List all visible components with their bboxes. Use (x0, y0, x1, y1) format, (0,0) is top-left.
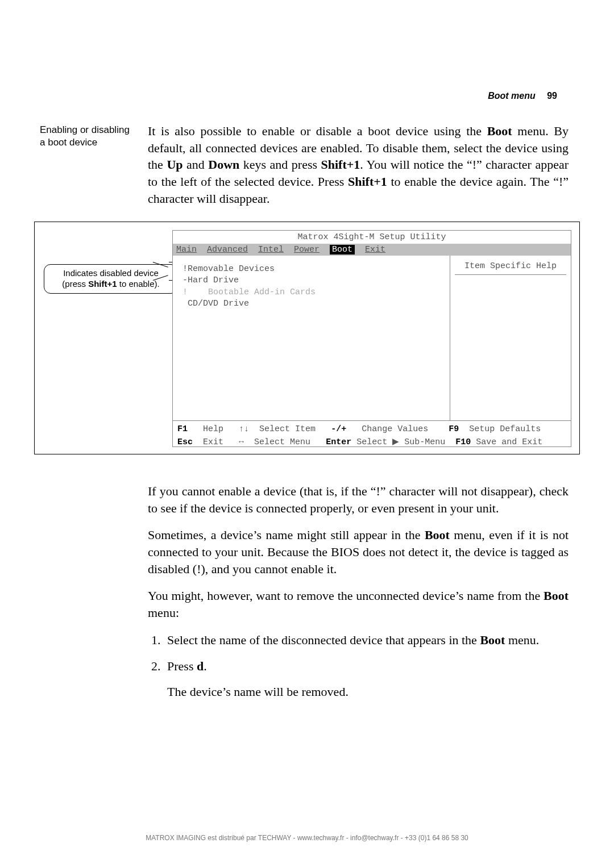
bios-help-panel: Item Specific Help (450, 256, 571, 420)
triangle-icon: ▶ (392, 436, 399, 446)
key-plusminus: -/+ (331, 424, 346, 434)
list-item[interactable]: !Removable Devices (177, 264, 275, 274)
step-result: The device’s name will be removed. (167, 683, 569, 700)
running-header: Boot menu 99 (488, 91, 557, 101)
bios-title: Matrox 4Sight-M Setup Utility (173, 231, 571, 244)
bios-menubar: Main Advanced Intel Power Boot Exit (173, 244, 571, 256)
key-f9: F9 (449, 424, 459, 434)
paragraph: You might, however, want to remove the u… (148, 587, 569, 621)
body-column-lower: If you cannot enable a device (that is, … (148, 483, 569, 710)
tab-boot[interactable]: Boot (330, 245, 355, 254)
paragraph: If you cannot enable a device (that is, … (148, 483, 569, 516)
key-esc: Esc (177, 437, 193, 447)
list-item: Select the name of the disconnected devi… (164, 632, 569, 649)
updown-icon: ↑↓ (239, 424, 249, 434)
list-item[interactable]: -Hard Drive (177, 276, 239, 285)
list-item[interactable]: ! Bootable Add-in Cards (177, 287, 316, 297)
section-title: Boot menu (488, 91, 536, 101)
tab-advanced[interactable]: Advanced (207, 245, 248, 254)
help-header: Item Specific Help (455, 261, 566, 275)
intro-paragraph: It is also possible to enable or disable… (148, 123, 569, 207)
key-f1: F1 (177, 424, 188, 434)
tab-intel[interactable]: Intel (258, 245, 284, 254)
page-number: 99 (547, 91, 557, 101)
distribution-footer: MATROX IMAGING est distribué par TECHWAY… (0, 834, 614, 842)
bios-footer: F1 Help ↑↓ Select Item -/+ Change Values… (173, 420, 571, 450)
boot-device-list[interactable]: !Removable Devices -Hard Drive ! Bootabl… (173, 256, 450, 420)
callout-line1: Indicates disabled device (49, 268, 173, 279)
tab-main[interactable]: Main (176, 245, 197, 254)
leftright-icon: ↔ (239, 437, 244, 447)
tab-power[interactable]: Power (294, 245, 320, 254)
paragraph: Sometimes, a device’s name might still a… (148, 527, 569, 577)
bios-body: !Removable Devices -Hard Drive ! Bootabl… (173, 256, 571, 420)
steps-list: Select the name of the disconnected devi… (148, 632, 569, 700)
key-f10: F10 (455, 437, 471, 447)
list-item[interactable]: CD/DVD Drive (177, 299, 249, 308)
bios-figure: Indicates disabled device (press Shift+1… (34, 222, 580, 454)
list-item: Press d. The device’s name will be remov… (164, 658, 569, 700)
margin-heading: Enabling or disabling a boot device (40, 124, 136, 149)
bios-window: Matrox 4Sight-M Setup Utility Main Advan… (172, 230, 571, 447)
page: Boot menu 99 Enabling or disabling a boo… (0, 0, 614, 868)
key-enter: Enter (326, 437, 351, 447)
tab-exit[interactable]: Exit (365, 245, 385, 254)
body-column: It is also possible to enable or disable… (148, 123, 569, 217)
callout-line2: (press Shift+1 to enable). (49, 279, 173, 290)
